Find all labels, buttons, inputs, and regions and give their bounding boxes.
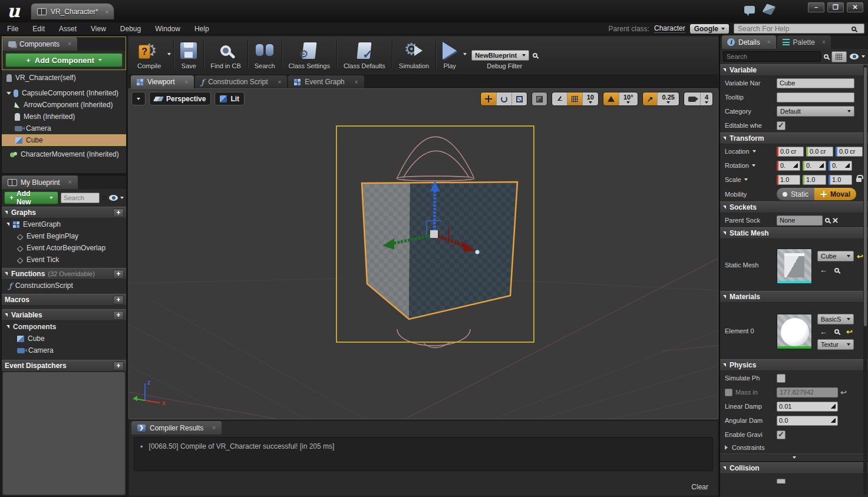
chevron-down-icon[interactable] — [752, 164, 755, 167]
show-advanced-button[interactable] — [720, 453, 868, 461]
cube-mesh[interactable] — [362, 182, 517, 319]
location-z-field[interactable]: 0.0 cr — [836, 147, 863, 157]
graphs-section-header[interactable]: Graphs + — [2, 207, 126, 218]
use-selected-icon[interactable]: ← — [820, 266, 827, 274]
google-dropdown[interactable]: Google — [690, 24, 729, 34]
tree-expand-icon[interactable] — [6, 223, 9, 226]
mass-override-checkbox[interactable] — [725, 389, 732, 396]
scale-mode-button[interactable] — [512, 92, 527, 105]
menu-debug[interactable]: Debug — [113, 25, 148, 33]
variable-camera-row[interactable]: Camera — [2, 344, 126, 356]
browse-asset-icon[interactable] — [834, 268, 839, 273]
grid-snap-value-button[interactable]: 10 — [583, 92, 598, 105]
rotation-x-field[interactable]: 0. — [777, 161, 800, 171]
add-variable-button[interactable]: + — [113, 311, 124, 320]
menu-edit[interactable]: Edit — [25, 25, 52, 33]
rotation-snap-value-button[interactable]: 10° — [619, 92, 638, 105]
variable-section-header[interactable]: Variable — [720, 64, 868, 76]
class-defaults-button[interactable]: ✓ Class Defaults — [338, 38, 391, 71]
component-row-self[interactable]: VR_Character(self) — [2, 72, 126, 84]
component-row-mesh[interactable]: Mesh (Inherited) — [2, 111, 126, 122]
menu-help[interactable]: Help — [187, 25, 216, 33]
scale-snap-toggle[interactable]: ↗ — [643, 92, 658, 105]
macros-section-header[interactable]: Macros + — [2, 294, 126, 306]
feedback-icon[interactable] — [744, 6, 755, 14]
rotation-snap-toggle[interactable] — [603, 92, 619, 105]
compile-options-chevron-icon[interactable] — [167, 53, 171, 55]
debug-blueprint-dropdown[interactable]: NewBlueprint — [471, 50, 529, 61]
tab-close-icon[interactable]: × — [822, 39, 826, 45]
components-panel-tab[interactable]: Components × — [2, 37, 77, 51]
mobility-static-button[interactable]: Static — [777, 188, 814, 200]
enable-gravity-checkbox[interactable] — [777, 430, 786, 439]
menu-view[interactable]: View — [84, 25, 113, 33]
lock-icon[interactable] — [856, 178, 862, 182]
variables-section-header[interactable]: Variables + — [2, 309, 126, 321]
tab-viewport[interactable]: Viewport × — [131, 75, 194, 88]
parent-class-link[interactable]: Character — [654, 24, 685, 33]
variables-components-group[interactable]: Components — [2, 321, 126, 333]
viewport-options-button[interactable] — [131, 92, 146, 105]
class-settings-button[interactable]: ⚙ Class Settings — [283, 38, 335, 71]
menu-window[interactable]: Window — [148, 25, 187, 33]
add-new-button[interactable]: + Add New — [4, 191, 58, 204]
debug-search-icon[interactable] — [533, 53, 537, 58]
surface-snap-button[interactable] — [552, 92, 567, 105]
menu-asset[interactable]: Asset — [52, 25, 84, 33]
play-options-chevron-icon[interactable] — [463, 53, 467, 55]
rotation-z-field[interactable]: 0. — [829, 161, 852, 171]
texture-dropdown[interactable]: Textur — [817, 339, 854, 350]
variable-cube-row[interactable]: Cube — [2, 333, 126, 344]
socket-search-icon[interactable] — [825, 218, 830, 223]
gizmo-center-handle[interactable] — [430, 230, 438, 238]
clear-socket-button[interactable]: ✕ — [832, 217, 839, 224]
components-panel-close-icon[interactable]: × — [68, 41, 71, 47]
save-button[interactable]: Save — [175, 38, 202, 71]
compiler-tab-close-icon[interactable]: × — [212, 425, 216, 431]
simulate-physics-checkbox[interactable] — [777, 374, 786, 383]
eventgraph-row[interactable]: EventGraph — [2, 218, 126, 230]
translate-mode-button[interactable] — [481, 92, 497, 105]
functions-section-header[interactable]: Functions (32 Overridable) + — [2, 268, 126, 280]
materials-section-header[interactable]: Materials — [720, 291, 868, 303]
mass-input[interactable] — [777, 387, 838, 397]
simulation-button[interactable]: ⚙ Simulation — [394, 38, 434, 71]
details-scrollbar[interactable] — [863, 65, 867, 495]
material-dropdown[interactable]: BasicS — [817, 314, 854, 324]
add-component-button[interactable]: + Add Component — [5, 53, 123, 67]
chevron-down-icon[interactable] — [862, 55, 865, 58]
component-row-movement[interactable]: CharacterMovement (Inherited) — [2, 148, 126, 160]
component-row-cube[interactable]: Cube — [2, 134, 126, 146]
details-search-input[interactable] — [723, 51, 821, 62]
menu-file[interactable]: File — [0, 25, 25, 33]
rotate-mode-button[interactable] — [497, 92, 512, 105]
scale-x-field[interactable]: 1.0 — [777, 175, 800, 185]
constraints-row[interactable]: Constraints — [720, 442, 868, 453]
my-blueprint-tab[interactable]: My Blueprint × — [2, 175, 78, 189]
event-beginplay-row[interactable]: ◇ Event BeginPlay — [2, 230, 126, 242]
maximize-button[interactable]: ❐ — [827, 2, 844, 12]
tree-expand-icon[interactable] — [6, 92, 11, 95]
minimize-button[interactable]: – — [808, 2, 824, 12]
tab-close-icon[interactable]: × — [767, 39, 771, 45]
transform-section-header[interactable]: Transform — [720, 132, 868, 144]
close-button[interactable]: ✕ — [847, 2, 863, 12]
collision-section-header[interactable]: Collision — [720, 462, 868, 474]
tab-close-icon[interactable]: × — [278, 79, 282, 85]
play-button[interactable]: Play — [437, 38, 462, 71]
event-tick-row[interactable]: ◇ Event Tick — [2, 254, 126, 266]
use-selected-icon[interactable]: ← — [820, 328, 827, 336]
category-dropdown[interactable]: Default — [777, 106, 854, 117]
tab-event-graph[interactable]: Event Graph × — [288, 75, 364, 88]
collision-checkbox[interactable] — [777, 479, 786, 483]
my-blueprint-search-input[interactable] — [61, 193, 100, 203]
grid-snap-toggle[interactable] — [567, 92, 583, 105]
viewport-scene[interactable]: z x — [129, 89, 718, 419]
physics-section-header[interactable]: Physics — [720, 359, 868, 371]
search-button[interactable]: Search — [249, 38, 280, 71]
reset-to-default-icon[interactable]: ↩ — [846, 327, 853, 336]
sockets-section-header[interactable]: Sockets — [720, 201, 868, 213]
find-in-cb-button[interactable]: Find in CB — [205, 38, 246, 71]
tooltip-input[interactable] — [777, 92, 854, 102]
variable-name-input[interactable] — [777, 78, 854, 88]
